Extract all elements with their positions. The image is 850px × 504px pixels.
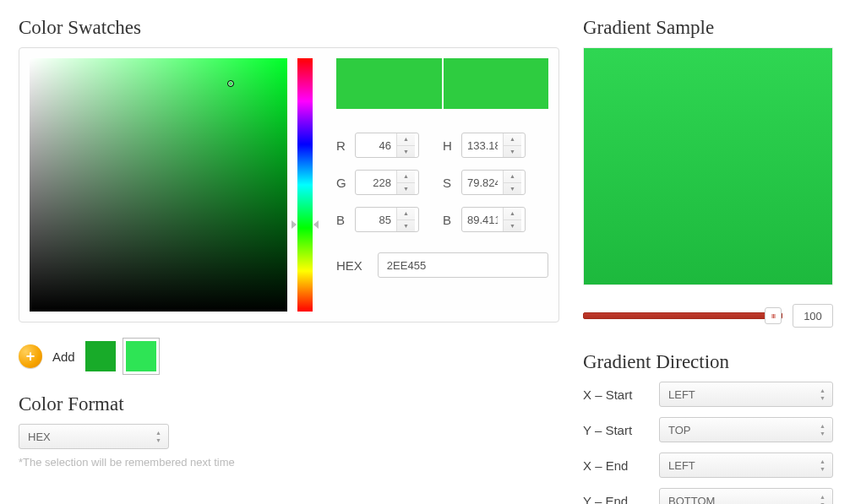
select-x-end-value: LEFT bbox=[668, 459, 695, 472]
chevron-up-icon: ▲ bbox=[820, 423, 825, 429]
input-g-field[interactable] bbox=[356, 171, 396, 194]
label-s: S bbox=[443, 176, 455, 190]
color-preview-new bbox=[444, 58, 549, 109]
select-y-start-value: TOP bbox=[668, 424, 691, 436]
hue-slider[interactable] bbox=[297, 58, 313, 312]
chevron-up-icon: ▲ bbox=[820, 458, 825, 464]
select-x-start[interactable]: LEFT ▲▼ bbox=[659, 382, 833, 407]
select-y-end-value: BOTTOM bbox=[668, 495, 715, 505]
add-swatch-label: Add bbox=[52, 350, 75, 364]
color-picker-panel: R ▲▼ G ▲▼ bbox=[19, 47, 559, 322]
swatch-0[interactable] bbox=[85, 341, 116, 371]
stepper-down-icon[interactable]: ▼ bbox=[504, 220, 521, 232]
stepper-up-icon[interactable]: ▲ bbox=[397, 133, 415, 146]
opacity-slider-thumb[interactable]: ııı bbox=[765, 307, 782, 324]
label-v: B bbox=[443, 213, 455, 227]
chevron-down-icon: ▼ bbox=[820, 395, 825, 401]
input-h-field[interactable] bbox=[462, 133, 503, 157]
chevron-up-icon: ▲ bbox=[820, 494, 825, 500]
input-r[interactable]: ▲▼ bbox=[355, 133, 419, 158]
saturation-value-area[interactable] bbox=[30, 58, 287, 312]
stepper-down-icon[interactable]: ▼ bbox=[504, 146, 521, 158]
chevron-down-icon: ▼ bbox=[155, 437, 161, 443]
swatch-1[interactable] bbox=[126, 341, 156, 371]
input-hex[interactable] bbox=[378, 252, 548, 278]
gradient-preview bbox=[583, 47, 833, 285]
opacity-slider[interactable]: ııı bbox=[583, 312, 782, 319]
add-swatch-button[interactable]: + bbox=[19, 344, 42, 368]
stepper-up-icon[interactable]: ▲ bbox=[504, 133, 521, 146]
chevron-down-icon: ▼ bbox=[820, 466, 825, 472]
label-r: R bbox=[336, 138, 348, 153]
select-x-end[interactable]: LEFT ▲▼ bbox=[659, 453, 833, 478]
input-b[interactable]: ▲▼ bbox=[355, 207, 419, 232]
select-y-end[interactable]: BOTTOM ▲▼ bbox=[659, 488, 833, 504]
label-g: G bbox=[336, 176, 348, 190]
stepper-up-icon[interactable]: ▲ bbox=[397, 171, 415, 183]
label-y-start: Y – Start bbox=[583, 423, 659, 437]
opacity-value[interactable] bbox=[793, 304, 833, 328]
stepper-up-icon[interactable]: ▲ bbox=[504, 171, 521, 183]
input-g[interactable]: ▲▼ bbox=[355, 170, 419, 195]
label-x-end: X – End bbox=[583, 458, 659, 473]
stepper-down-icon[interactable]: ▼ bbox=[504, 183, 521, 195]
label-y-end: Y – End bbox=[583, 494, 659, 505]
select-color-format-value: HEX bbox=[28, 431, 51, 443]
input-b-field[interactable] bbox=[356, 208, 396, 231]
chevron-up-icon: ▲ bbox=[155, 430, 161, 436]
label-hex: HEX bbox=[336, 258, 362, 273]
heading-color-format: Color Format bbox=[19, 393, 559, 415]
input-h[interactable]: ▲▼ bbox=[461, 133, 526, 158]
chevron-up-icon: ▲ bbox=[820, 387, 825, 393]
format-hint: The selection will be remembered next ti… bbox=[19, 456, 559, 469]
stepper-down-icon[interactable]: ▼ bbox=[397, 220, 415, 232]
hue-thumb-left[interactable] bbox=[292, 220, 297, 229]
hue-thumb-right[interactable] bbox=[313, 220, 319, 229]
input-s[interactable]: ▲▼ bbox=[461, 170, 526, 195]
stepper-down-icon[interactable]: ▼ bbox=[397, 146, 415, 158]
label-x-start: X – Start bbox=[583, 387, 659, 402]
stepper-down-icon[interactable]: ▼ bbox=[397, 183, 415, 195]
chevron-down-icon: ▼ bbox=[820, 431, 825, 436]
heading-gradient-direction: Gradient Direction bbox=[583, 351, 833, 373]
label-b: B bbox=[336, 213, 348, 227]
input-v[interactable]: ▲▼ bbox=[461, 207, 526, 232]
sv-cursor[interactable] bbox=[227, 80, 234, 87]
plus-icon: + bbox=[26, 349, 35, 364]
select-color-format[interactable]: HEX ▲▼ bbox=[19, 424, 169, 449]
heading-gradient-sample: Gradient Sample bbox=[583, 17, 833, 39]
stepper-up-icon[interactable]: ▲ bbox=[397, 208, 415, 220]
input-r-field[interactable] bbox=[356, 133, 396, 157]
heading-color-swatches: Color Swatches bbox=[19, 17, 559, 39]
stepper-up-icon[interactable]: ▲ bbox=[504, 208, 521, 220]
input-v-field[interactable] bbox=[462, 208, 503, 231]
select-y-start[interactable]: TOP ▲▼ bbox=[659, 417, 833, 442]
label-h: H bbox=[443, 138, 455, 153]
input-s-field[interactable] bbox=[462, 171, 503, 194]
color-preview-current bbox=[336, 58, 442, 109]
select-x-start-value: LEFT bbox=[668, 388, 695, 401]
